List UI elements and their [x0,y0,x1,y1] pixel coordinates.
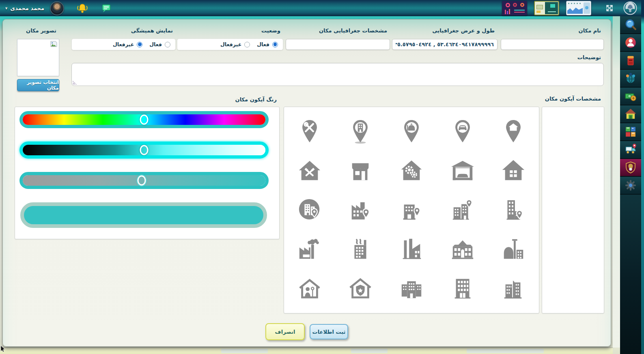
form-actions: انصراف ثبت اطلاعات [3,323,611,340]
icon-color-picker [15,107,280,239]
name-label: نام مکان [579,28,601,34]
place-icon-factory-chimneys[interactable] [335,230,386,269]
place-icon-house-shield[interactable] [335,269,386,308]
chevron-down-icon: ∨ [5,6,8,10]
place-icon-house-guard[interactable] [284,269,335,308]
place-icon-city-pin[interactable] [437,191,488,230]
sidebar-item-home[interactable] [620,105,641,123]
status-inactive-label: غیرفعال [220,41,241,47]
broken-image-icon [50,41,57,49]
place-icon-refinery[interactable] [488,230,539,269]
top-bar: محمد محمدی ∨ [0,0,644,16]
place-icon-factory-pin[interactable] [335,191,386,230]
place-icon-pin-house[interactable] [488,112,539,151]
widget-thumbnail-chart[interactable] [566,1,591,15]
notifications-bell-icon[interactable] [76,3,88,14]
display-active-radio[interactable] [165,42,170,47]
place-icon-building-pin[interactable] [386,191,437,230]
place-icon-mansion[interactable] [437,230,488,269]
submit-button[interactable]: ثبت اطلاعات [310,324,348,339]
scroll-gutter [613,16,620,348]
place-icon-house-gears[interactable] [386,151,437,191]
sidebar-item-security[interactable] [620,159,641,177]
building-pin-icon [399,197,424,223]
house-gears-icon [399,158,424,183]
sidebar-item-finance[interactable] [620,88,641,105]
sidebar-item-settings[interactable] [620,177,641,195]
status-active-radio[interactable] [272,42,278,47]
place-icon-shop[interactable] [335,151,386,191]
place-icon-house-window[interactable] [488,151,539,191]
factory-chimneys-icon [348,237,373,262]
pin-building-icon [348,119,373,144]
hue-slider-thumb[interactable] [140,115,149,125]
status-label: وضعیت [261,28,280,34]
place-icon-office-building[interactable] [386,269,437,308]
hue-slider[interactable] [19,111,269,128]
pin-car-icon [450,119,475,144]
saturation-slider[interactable] [19,172,269,189]
sidebar-item-search[interactable] [620,16,641,34]
saturation-slider-thumb[interactable] [138,176,146,186]
place-icon-pin-building[interactable] [335,112,386,151]
display-active-label: فعال [149,41,162,47]
place-icon-apartment[interactable] [437,269,488,308]
postbox-icon [624,54,638,67]
map-tiles-icon [624,125,638,139]
place-icon-pin-tools[interactable] [284,112,335,151]
settings-icon [624,178,638,192]
pin-tools-icon [297,119,322,144]
place-icon-tower-pin[interactable] [488,191,539,230]
name-input[interactable] [501,39,604,50]
select-image-button[interactable]: انتخاب تصویر مکان [17,79,59,91]
sidebar-item-postbox[interactable] [620,52,641,70]
garage-icon [450,158,475,183]
mouse-cursor [0,345,6,354]
chat-icon[interactable] [101,3,112,14]
sidebar-item-user-profile[interactable] [620,34,641,52]
image-label: تصویر مکان [26,28,56,34]
place-icon-building-circle-pin[interactable] [284,191,335,230]
display-inactive-radio[interactable] [137,42,142,47]
resize-grip[interactable] [73,80,77,85]
coords-input[interactable] [392,39,498,50]
sidebar-item-map-tiles[interactable] [620,123,641,141]
place-form-panel: نام مکان طول و عرض جغرافیایی مشخصات جغرا… [2,19,611,347]
user-profile-icon [624,36,638,49]
twin-towers-icon [501,276,526,301]
lightness-slider-thumb[interactable] [140,145,149,155]
geo-input[interactable] [286,39,390,50]
tower-pin-icon [501,197,526,223]
search-icon [624,18,638,32]
place-icon-house-tools[interactable] [284,151,335,191]
status-active-label: فعال [257,41,269,47]
place-icon-pin-dome[interactable] [386,112,437,151]
factory-smoke-icon [297,237,322,262]
cancel-button[interactable]: انصراف [265,323,305,340]
place-icon-pin-car[interactable] [437,112,488,151]
place-icon-grid [284,107,539,313]
widget-thumbnail-dashboard[interactable] [502,1,527,15]
display-radio-group: فعال غیرفعال [71,39,176,50]
building-circle-pin-icon [297,197,322,223]
fullscreen-expand-icon[interactable] [605,3,614,13]
user-menu[interactable]: محمد محمدی ∨ [5,5,44,11]
place-icon-twin-towers[interactable] [488,269,539,308]
widget-thumbnail-map[interactable] [534,1,559,15]
avatar[interactable] [50,1,64,15]
house-shield-icon [348,276,373,301]
place-icon-garage[interactable] [437,151,488,191]
sidebar-item-community[interactable] [620,70,641,88]
refinery-icon [501,237,526,262]
selected-color-preview [20,202,267,228]
place-icon-industrial-plant[interactable] [386,230,437,269]
status-inactive-radio[interactable] [244,42,250,47]
house-window-icon [501,158,526,183]
security-icon [624,161,638,174]
office-building-icon [399,276,424,301]
sidebar-item-fleet[interactable] [620,141,641,159]
place-icon-factory-smoke[interactable] [284,230,335,269]
description-textarea[interactable] [71,63,604,86]
lightness-slider[interactable] [19,142,269,159]
city-pin-icon [450,197,475,223]
